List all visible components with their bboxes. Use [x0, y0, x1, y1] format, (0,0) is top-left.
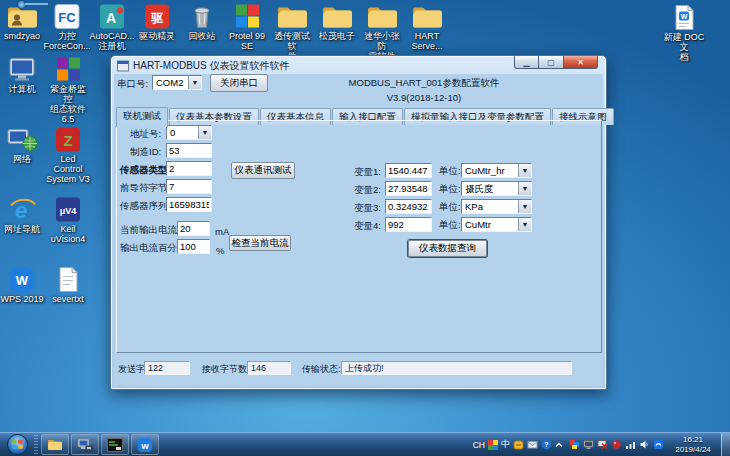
ma-unit-label: mA: [215, 226, 229, 237]
caption-buttons: ▁ ▢ ✕: [514, 56, 598, 69]
system-tray: [569, 439, 664, 450]
address-value: 0: [170, 127, 175, 138]
taskbar: W CH 中 ? 16:21 2019/4/24: [0, 432, 730, 456]
desktop-icon-label: 回收站: [189, 31, 216, 41]
check-current-button[interactable]: 检查当前电流: [229, 235, 291, 251]
window-icon: [117, 60, 129, 72]
start-button[interactable]: [6, 433, 29, 456]
clock-date: 2019/4/24: [668, 445, 718, 455]
ie-icon: e: [6, 196, 38, 223]
chevron-down-icon[interactable]: ▼: [518, 164, 531, 177]
blue-app-icon[interactable]: [653, 439, 664, 450]
ime-icon[interactable]: [488, 440, 498, 450]
mail-icon[interactable]: [527, 439, 538, 450]
maximize-button[interactable]: ▢: [539, 56, 564, 69]
speaker-icon[interactable]: [639, 439, 650, 450]
svg-text:W: W: [141, 441, 149, 450]
desktop-icon-network[interactable]: 网络: [0, 126, 44, 196]
sensor-type-input[interactable]: [166, 161, 212, 176]
var1-input[interactable]: [385, 163, 432, 178]
desktop-icon-zijinqiao[interactable]: 紫金桥监控 组态软件6.5: [46, 56, 90, 126]
tab-page-online-test: 地址号: 0 ▼ 制造ID: 传感器类型: 前导符字节数 传感器序列号 当前输出…: [116, 120, 602, 353]
unit2-label: 单位:: [439, 183, 461, 196]
window-titlebar[interactable]: HART-MODBUS 仪表设置软件软件: [117, 59, 290, 73]
unit3-select[interactable]: KPa▼: [461, 199, 532, 214]
recycle-icon: [186, 3, 218, 30]
output-percent-input[interactable]: [177, 239, 210, 254]
desktop-icon-keil[interactable]: μV4Keil uVision4: [46, 196, 90, 266]
unit1-select[interactable]: CuMtr_hr▼: [461, 163, 532, 178]
desktop-icon-new-doc[interactable]: W新建 DOC 文 档: [662, 4, 706, 62]
yellow-tool-icon[interactable]: [513, 439, 524, 450]
desktop-icon-severtxt[interactable]: severtxt: [46, 266, 90, 336]
unit2-select[interactable]: 摄氏度▼: [461, 181, 532, 196]
var2-input[interactable]: [385, 181, 432, 196]
notify-icons: ?: [513, 439, 552, 450]
data-query-button[interactable]: 仪表数据查询: [408, 240, 487, 257]
close-port-button[interactable]: 关闭串口: [210, 74, 268, 92]
desktop-left-icon-grid: 计算机紫金桥监控 组态软件6.5网络ZLed Control System V3…: [0, 56, 98, 336]
taskbar-button-explorer[interactable]: [41, 434, 69, 455]
chevron-down-icon[interactable]: ▼: [518, 218, 531, 231]
question-icon[interactable]: ?: [541, 439, 552, 450]
desktop-icon-wps2019[interactable]: WWPS 2019: [0, 266, 44, 336]
percent-unit-label: %: [216, 245, 224, 256]
ime-mode-indicator[interactable]: 中: [501, 438, 510, 451]
svg-text:FC: FC: [58, 10, 76, 25]
textfile-icon: [52, 266, 84, 293]
desktop-icon-led-control[interactable]: ZLed Control System V3: [46, 126, 90, 196]
folder-user-icon: [6, 3, 38, 30]
var3-input[interactable]: [385, 199, 432, 214]
monitor-icon[interactable]: [583, 439, 594, 450]
taskbar-button-hart-app[interactable]: [71, 434, 99, 455]
taskbar-button-wps-app[interactable]: W: [131, 434, 159, 455]
computer-icon: [6, 56, 38, 83]
desktop-icon-label: 松茂电子: [319, 31, 355, 41]
desktop-icon-label: 紫金桥监控 组态软件6.5: [46, 84, 90, 124]
desktop-icon-label: 驱动精灵: [139, 31, 175, 41]
chevron-down-icon[interactable]: ▼: [198, 126, 211, 139]
desktop: smdzyaoFC力控 ForceCon...AAutoCAD... 注册机驱驱…: [0, 0, 730, 456]
desktop-icon-label: 网络: [13, 154, 31, 164]
monitor-error-icon[interactable]: [597, 439, 608, 450]
mfg-id-input[interactable]: [166, 143, 212, 158]
close-button[interactable]: ✕: [564, 56, 598, 69]
output-current-input[interactable]: [177, 221, 210, 236]
var4-input[interactable]: [385, 217, 432, 232]
tab-online-test[interactable]: 联机测试: [116, 107, 168, 127]
color-cube-icon[interactable]: [569, 439, 580, 450]
language-bar[interactable]: CH 中 ?: [473, 438, 563, 451]
comm-test-button[interactable]: 仪表通讯测试: [231, 162, 295, 179]
language-indicator[interactable]: CH: [473, 440, 485, 450]
show-desktop-button[interactable]: [721, 433, 730, 456]
hidden-icons-arrow[interactable]: [555, 441, 563, 449]
signal-icon[interactable]: [625, 439, 636, 450]
serial-input[interactable]: [166, 197, 212, 212]
preamble-input[interactable]: [166, 179, 212, 194]
svg-text:驱: 驱: [150, 11, 164, 25]
chevron-down-icon[interactable]: ▼: [188, 76, 201, 89]
app-version: V3.9(2018-12-10): [274, 92, 574, 103]
led-icon: Z: [52, 126, 84, 153]
red-dot-icon[interactable]: [611, 439, 622, 450]
desktop-icon-computer[interactable]: 计算机: [0, 56, 44, 126]
port-select[interactable]: COM2 ▼: [152, 75, 202, 90]
folder-icon: [321, 3, 353, 30]
desktop-top-right-icon: W新建 DOC 文 档: [662, 4, 724, 62]
minimize-button[interactable]: ▁: [514, 56, 539, 69]
desktop-icon-label: AutoCAD... 注册机: [89, 31, 134, 51]
sent-count-value: 122: [144, 361, 190, 375]
taskbar-clock[interactable]: 16:21 2019/4/24: [668, 435, 718, 455]
chevron-down-icon[interactable]: ▼: [518, 200, 531, 213]
window-client-area: 串口号: COM2 ▼ 关闭串口 MODBUS_HART_001参数配置软件 V…: [114, 74, 603, 386]
chevron-down-icon[interactable]: ▼: [518, 182, 531, 195]
desktop-icon-url-nav[interactable]: e网址导航: [0, 196, 44, 266]
transfer-state-value: 上传成功!: [341, 361, 572, 375]
desktop-icon-label: Led Control System V3: [46, 154, 90, 184]
taskbar-button-console-app[interactable]: [101, 434, 129, 455]
unit4-label: 单位:: [439, 219, 461, 232]
address-select[interactable]: 0 ▼: [166, 125, 212, 140]
unit3-value: KPa: [465, 201, 483, 212]
svg-text:A: A: [106, 10, 116, 26]
unit4-select[interactable]: CuMtr▼: [461, 217, 532, 232]
